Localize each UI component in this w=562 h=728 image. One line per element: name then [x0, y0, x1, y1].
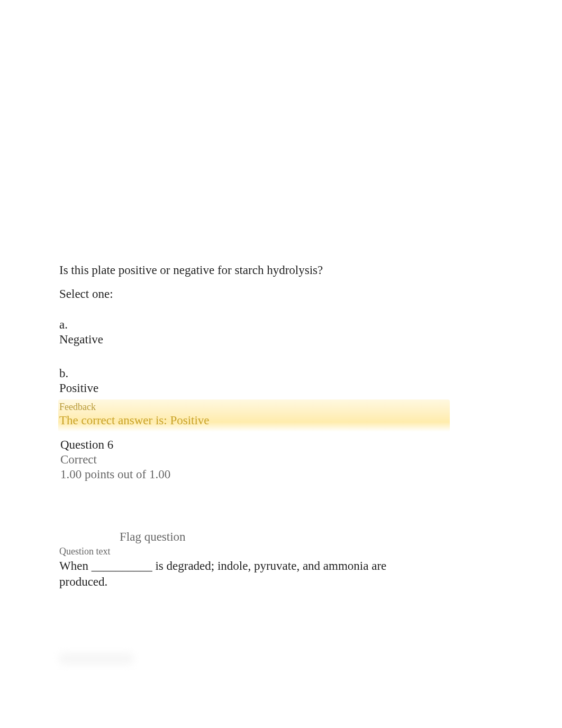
question-6-prompt: When __________ is degraded; indole, pyr… — [59, 558, 387, 590]
blurred-content — [59, 653, 133, 664]
flag-question-link[interactable]: Flag question — [120, 530, 429, 544]
question-number-prefix: Question — [60, 438, 107, 451]
radio-icon[interactable] — [59, 303, 68, 312]
points-label: 1.00 points out of 1.00 — [60, 468, 429, 481]
feedback-box: Feedback The correct answer is: Positive — [58, 399, 450, 432]
option-label-text: Negative — [59, 333, 429, 347]
correct-answer: The correct answer is: Positive — [58, 414, 450, 427]
status-label: Correct — [60, 453, 429, 467]
option-letter: b. — [59, 367, 429, 380]
question-text-heading: Question text — [59, 546, 429, 557]
select-one-label: Select one: — [59, 287, 429, 301]
option-a[interactable]: a. Negative — [59, 302, 429, 347]
option-letter: a. — [59, 318, 429, 332]
option-b[interactable]: b. Positive — [59, 351, 429, 395]
option-label-text: Positive — [59, 381, 429, 395]
feedback-label: Feedback — [58, 402, 450, 413]
question-6-header: Question 6 — [60, 438, 429, 452]
radio-icon[interactable] — [59, 352, 68, 360]
question-number-value: 6 — [107, 438, 114, 451]
question-5-prompt: Is this plate positive or negative for s… — [59, 262, 429, 279]
